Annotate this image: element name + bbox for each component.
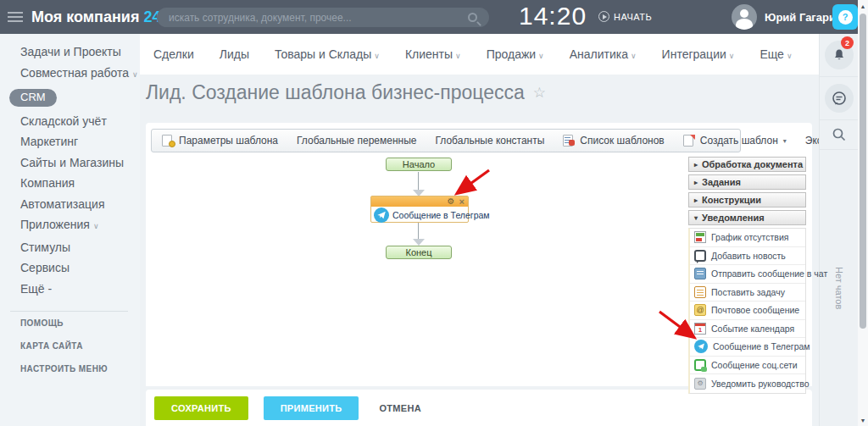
search-icon [832, 127, 847, 142]
activity-label: Сообщение в Телеграм [392, 210, 490, 220]
flow-connector [418, 223, 419, 239]
start-workday-button[interactable]: НАЧАТЬ [598, 11, 652, 22]
section-constructions[interactable]: ▸Конструкции [688, 192, 806, 207]
save-button[interactable]: СОХРАНИТЬ [154, 396, 248, 420]
tab-products[interactable]: Товары и Склады∨ [275, 47, 380, 61]
start-workday-label: НАЧАТЬ [614, 12, 652, 22]
palette-item-label: Добавить новость [711, 251, 786, 261]
sidebar-item-collaboration[interactable]: Совместная работа∨ [0, 63, 140, 86]
sidebar-item-services[interactable]: Сервисы [0, 257, 140, 279]
template-params-button[interactable]: Параметры шаблона [162, 135, 278, 147]
company-name: Моя компания [31, 8, 139, 25]
sidebar-item-automation[interactable]: Автоматизация [0, 194, 140, 215]
cancel-button[interactable]: ОТМЕНА [374, 396, 426, 420]
help-button[interactable]: ? [832, 4, 858, 30]
section-label: Задания [702, 177, 741, 187]
sidebar-item-marketing[interactable]: Маркетинг [0, 131, 140, 152]
search-input[interactable] [157, 12, 468, 24]
tab-label: Еще [760, 47, 784, 61]
sidebar-item-sites[interactable]: Сайты и Магазины [0, 152, 140, 174]
sidebar-sitemap-link[interactable]: КАРТА САЙТА [0, 335, 140, 357]
tab-clients[interactable]: Клиенты∨ [405, 47, 461, 61]
scroll-down-icon[interactable]: ▼ [858, 418, 868, 423]
template-toolbar: Параметры шаблона Глобальные переменные … [151, 129, 741, 152]
sidebar-item-company[interactable]: Компания [0, 173, 140, 194]
flow-activity-telegram[interactable]: ⚙ × Сообщение в Телеграм [370, 196, 469, 223]
activity-body: Сообщение в Телеграм [371, 207, 468, 224]
palette-item-add-news[interactable]: Добавить новость [690, 247, 805, 266]
sidebar-item-inventory[interactable]: Складской учёт [0, 111, 140, 132]
tab-leads[interactable]: Лиды [220, 47, 249, 61]
toolbar-label: Список шаблонов [580, 135, 664, 147]
page-title-row: Лид. Создание шаблона бизнес-процесса ☆ [146, 81, 546, 104]
scrollbar-thumb[interactable] [860, 14, 866, 329]
notifications-items: График отсутствия Добавить новость Отпра… [688, 228, 806, 394]
flow-end-node[interactable]: Конец [386, 246, 452, 259]
global-constants-button[interactable]: Глобальные константы [435, 135, 544, 147]
page-scrollbar[interactable]: ▲ ▼ [858, 0, 868, 426]
chevron-down-icon: ∨ [538, 52, 544, 60]
sidebar-configure-menu-link[interactable]: НАСТРОИТЬ МЕНЮ [0, 357, 140, 380]
palette-item-telegram-message[interactable]: Сообщение в Телеграм [690, 338, 805, 357]
section-tasks[interactable]: ▸Задания [688, 174, 806, 190]
company-logo[interactable]: Моя компания 24 [31, 8, 160, 26]
template-list-button[interactable]: Список шаблонов [563, 135, 664, 147]
palette-item-notify-management[interactable]: ⚙Уведомить руководство [690, 374, 805, 393]
template-list-icon [563, 135, 575, 147]
play-icon [598, 11, 609, 22]
user-name: Юрий Гагарин [765, 11, 843, 24]
sidebar-item-label: Сервисы [20, 261, 70, 274]
chat-button[interactable] [820, 77, 858, 120]
chevron-down-icon: ∨ [374, 52, 380, 60]
no-chats-label: Нет чатов [820, 237, 858, 339]
global-variables-button[interactable]: Глобальные переменные [297, 135, 416, 147]
tab-label: Сделки [153, 47, 194, 61]
tab-deals[interactable]: Сделки [153, 47, 194, 61]
scroll-up-icon[interactable]: ▲ [858, 3, 868, 9]
gear-icon[interactable]: ⚙ [448, 197, 455, 206]
sidebar-item-incentives[interactable]: Стимулы [0, 237, 140, 258]
tab-label: Аналитика [570, 47, 628, 61]
avatar[interactable] [732, 4, 757, 30]
palette-item-chat-message[interactable]: Отправить сообщение в чат [690, 265, 805, 284]
flow-start-node[interactable]: Начало [386, 158, 452, 171]
calendar-event-icon: 1 [694, 323, 706, 335]
notifications-button[interactable]: 2 [820, 34, 858, 77]
sidebar-item-more[interactable]: Ещё - [0, 279, 140, 300]
sidebar-item-apps[interactable]: Приложения∨ [0, 214, 140, 237]
section-label: Обработка документа [702, 159, 803, 169]
sidebar-item-label: Совместная работа [20, 66, 129, 80]
palette-item-create-task[interactable]: Поставить задачу [690, 284, 805, 302]
close-icon[interactable]: × [459, 198, 465, 206]
palette-item-calendar-event[interactable]: 1Событие календаря [690, 320, 805, 339]
chevron-down-icon: ∨ [729, 52, 735, 60]
palette-item-label: Уведомить руководство [711, 379, 809, 389]
sidebar-item-tasks[interactable]: Задачи и Проекты [0, 34, 140, 63]
favorite-star-icon[interactable]: ☆ [533, 84, 546, 102]
palette-item-label: Сообщение в Телеграм [713, 341, 810, 351]
flow-arrowhead-icon [413, 239, 425, 246]
absence-chart-icon [694, 231, 706, 243]
question-icon: ? [838, 10, 853, 25]
palette-item-absence-chart[interactable]: График отсутствия [690, 229, 805, 247]
create-template-button[interactable]: Создать шаблон ▾ [683, 135, 787, 147]
chat-icon [825, 84, 854, 113]
rail-search-button[interactable] [820, 120, 858, 150]
palette-item-social-message[interactable]: Сообщение соц.сети [690, 357, 805, 375]
sidebar-item-crm[interactable]: CRM [0, 85, 140, 111]
sidebar-help-link[interactable]: ПОМОЩЬ [0, 312, 140, 335]
tab-integrations[interactable]: Интеграции∨ [662, 47, 735, 61]
section-document-processing[interactable]: ▸Обработка документа [688, 157, 806, 172]
palette-item-mail-message[interactable]: @Почтовое сообщение [690, 302, 805, 320]
global-search[interactable] [157, 8, 489, 27]
hamburger-menu-icon[interactable] [8, 12, 23, 22]
palette-item-label: Сообщение соц.сети [711, 360, 798, 370]
toolbar-label: Создать шаблон [700, 135, 778, 147]
tab-more[interactable]: Еще∨ [760, 47, 792, 61]
caret-down-icon: ▾ [694, 214, 698, 222]
tab-label: Клиенты [405, 47, 453, 61]
tab-sales[interactable]: Продажи∨ [487, 47, 544, 61]
section-notifications[interactable]: ▾Уведомления [688, 210, 806, 225]
apply-button[interactable]: ПРИМЕНИТЬ [264, 396, 359, 420]
tab-analytics[interactable]: Аналитика∨ [570, 47, 637, 61]
